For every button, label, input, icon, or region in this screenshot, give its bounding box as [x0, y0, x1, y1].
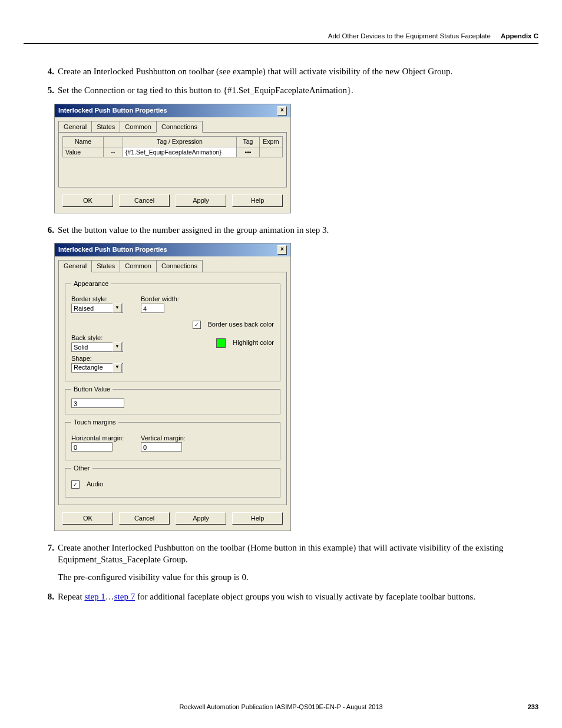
- highlight-color-swatch[interactable]: [216, 338, 226, 348]
- border-uses-back-checkbox[interactable]: ✓: [193, 321, 201, 329]
- col-tag-expression: Tag / Expression: [123, 137, 237, 147]
- border-uses-back-label: Border uses back color: [208, 320, 275, 329]
- step-text: Set the Connection or tag tied to this b…: [58, 84, 521, 96]
- col-exprn: Exprn: [260, 137, 283, 147]
- border-width-label: Border width:: [141, 295, 194, 304]
- dialog-general: Interlocked Push Button Properties × Gen…: [54, 243, 291, 531]
- col-name: Name: [63, 137, 104, 147]
- step-8: 8. Repeat step 1…step 7 for additional f…: [41, 591, 521, 602]
- help-button[interactable]: Help: [232, 512, 283, 525]
- audio-label: Audio: [87, 480, 103, 489]
- dialog-connections: Interlocked Push Button Properties × Gen…: [54, 104, 291, 213]
- step-text: Create an Interlocked Pushbutton on tool…: [58, 65, 521, 77]
- step-5: 5. Set the Connection or tag tied to thi…: [41, 84, 521, 96]
- cell-tag-browse[interactable]: •••: [237, 147, 260, 157]
- tab-general[interactable]: General: [58, 260, 92, 272]
- connections-table: Name Tag / Expression Tag Exprn Value ↔ …: [62, 136, 283, 157]
- shape-combo[interactable]: Rectangle▼: [71, 363, 123, 373]
- step-number: 7.: [41, 542, 58, 584]
- chevron-down-icon: ▼: [113, 363, 122, 373]
- chevron-down-icon: ▼: [113, 304, 122, 313]
- horizontal-margin-label: Horizontal margin:: [71, 434, 136, 443]
- step-7: 7. Create another Interlocked Pushbutton…: [41, 542, 521, 584]
- cell-exprn-browse[interactable]: [260, 147, 283, 157]
- appearance-legend: Appearance: [71, 279, 111, 288]
- close-icon[interactable]: ×: [277, 245, 287, 255]
- horizontal-margin-input[interactable]: 0: [71, 442, 113, 452]
- step-number: 6.: [41, 224, 58, 236]
- link-step-1[interactable]: step 1: [84, 592, 105, 601]
- tab-general[interactable]: General: [58, 121, 92, 133]
- highlight-color-label: Highlight color: [233, 338, 274, 347]
- back-style-label: Back style:: [71, 334, 136, 342]
- border-style-combo[interactable]: Raised▼: [71, 304, 123, 313]
- button-value-legend: Button Value: [71, 385, 113, 394]
- shape-label: Shape:: [71, 354, 136, 363]
- audio-checkbox[interactable]: ✓: [71, 480, 80, 489]
- help-button[interactable]: Help: [232, 195, 283, 207]
- button-value-group: Button Value 3: [65, 385, 280, 414]
- tab-connections[interactable]: Connections: [156, 121, 203, 133]
- other-legend: Other: [71, 464, 92, 473]
- back-style-combo[interactable]: Solid▼: [71, 342, 123, 352]
- step-text: Repeat step 1…step 7 for additional face…: [58, 591, 521, 602]
- tab-common[interactable]: Common: [120, 260, 157, 272]
- footer-publication: Rockwell Automation Publication IASIMP-Q…: [179, 703, 382, 710]
- step-text: Set the button value to the number assig…: [58, 224, 521, 236]
- vertical-margin-label: Vertical margin:: [141, 434, 206, 443]
- touch-margins-legend: Touch margins: [71, 418, 118, 427]
- touch-margins-group: Touch margins Horizontal margin: 0 Verti…: [65, 418, 280, 461]
- cell-name: Value: [63, 147, 104, 157]
- close-icon[interactable]: ×: [277, 106, 287, 116]
- dialog-title: Interlocked Push Button Properties: [58, 106, 167, 115]
- appearance-group: Appearance Border style: Raised▼ Border: [65, 279, 280, 381]
- cell-expression[interactable]: {#1.Set_EquipFaceplateAnimation}: [123, 147, 237, 157]
- step-number: 4.: [41, 65, 58, 77]
- header-section: Add Other Devices to the Equipment Statu…: [328, 32, 491, 39]
- border-width-input[interactable]: 4: [141, 304, 164, 313]
- step-number: 8.: [41, 591, 58, 602]
- tab-common[interactable]: Common: [120, 121, 157, 133]
- other-group: Other ✓ Audio: [65, 464, 280, 498]
- tab-states[interactable]: States: [91, 260, 120, 272]
- header-appendix: Appendix C: [501, 32, 538, 39]
- step-4: 4. Create an Interlocked Pushbutton on t…: [41, 65, 521, 77]
- apply-button[interactable]: Apply: [176, 195, 226, 207]
- tab-states[interactable]: States: [91, 121, 120, 133]
- tab-connections[interactable]: Connections: [156, 260, 203, 272]
- page-number: 233: [528, 703, 538, 710]
- link-step-7[interactable]: step 7: [114, 592, 135, 601]
- cancel-button[interactable]: Cancel: [119, 512, 170, 525]
- dialog-title: Interlocked Push Button Properties: [58, 245, 167, 254]
- table-row: Value ↔ {#1.Set_EquipFaceplateAnimation}…: [63, 147, 283, 157]
- ok-button[interactable]: OK: [62, 195, 113, 207]
- border-style-label: Border style:: [71, 295, 136, 304]
- col-tag: Tag: [237, 137, 260, 147]
- cancel-button[interactable]: Cancel: [119, 195, 170, 207]
- ok-button[interactable]: OK: [62, 512, 113, 525]
- apply-button[interactable]: Apply: [176, 512, 226, 525]
- vertical-margin-input[interactable]: 0: [141, 442, 182, 452]
- step-number: 5.: [41, 84, 58, 96]
- bidirectional-arrow-icon: ↔: [104, 147, 123, 157]
- step-6: 6. Set the button value to the number as…: [41, 224, 521, 236]
- step-text: Create another Interlocked Pushbutton on…: [58, 543, 504, 564]
- chevron-down-icon: ▼: [113, 342, 122, 352]
- step-subtext: The pre-configured visibility value for …: [58, 571, 521, 583]
- button-value-input[interactable]: 3: [71, 398, 124, 408]
